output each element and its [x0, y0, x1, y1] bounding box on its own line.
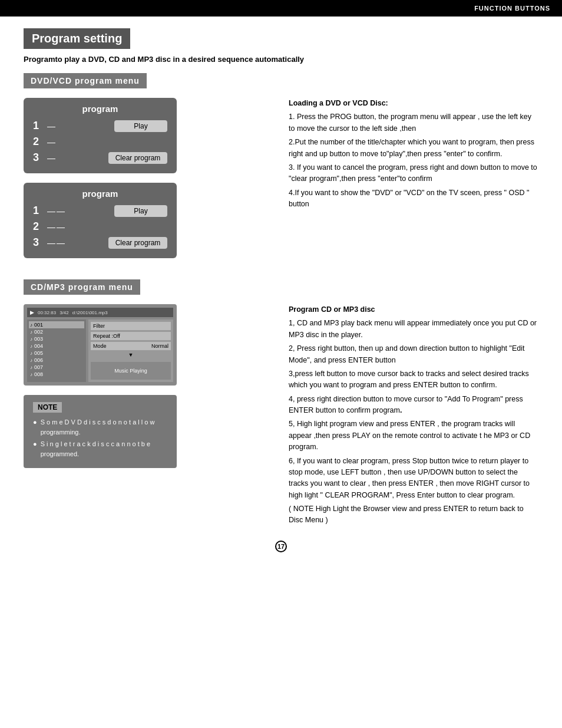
track-item-006[interactable]: ♪ 006	[29, 357, 84, 364]
row-number: 3	[33, 236, 42, 249]
track-item-008[interactable]: ♪ 008	[29, 371, 84, 378]
cd-step-1: 1, CD and MP3 play back menu will appear…	[289, 318, 538, 341]
cd-step-3: 3,press left button to move cursor back …	[289, 368, 538, 391]
track-id: 005	[34, 350, 43, 356]
cdmp3-section: CD/MP3 program menu ▶ 00:32:83 3/42 d:\2…	[24, 279, 538, 529]
cd-screen: ▶ 00:32:83 3/42 d:\2001\001.mp3 ♪ 001	[24, 304, 177, 386]
page-number: 17	[275, 541, 287, 552]
play-button-1[interactable]: Play	[114, 120, 167, 132]
track-name: d:\2001\001.mp3	[72, 310, 108, 315]
track-item-005[interactable]: ♪ 005	[29, 350, 84, 357]
row-number: 3	[33, 151, 42, 164]
note-box: NOTE ● S o m e D V D d i s c s d o n o t…	[24, 395, 177, 468]
program-box-2: program 1 —— Play 2 —— 3 —— Clear progr	[24, 183, 177, 258]
track-id: 001	[34, 322, 43, 328]
row-number: 2	[33, 136, 42, 148]
cd-track-list: ♪ 001 ♪ 002 ♪ 003	[27, 319, 86, 382]
row-dash-double: ——	[47, 222, 167, 232]
clear-program-button-2[interactable]: Clear program	[108, 237, 167, 249]
music-icon: ♪	[30, 337, 32, 342]
program-box-2-title: program	[33, 189, 167, 199]
row-dash: —	[47, 153, 104, 163]
music-icon: ♪	[30, 358, 32, 363]
filter-label: Filter	[93, 323, 105, 329]
cd-step-5: 5, High light program view and press ENT…	[289, 419, 538, 453]
cdmp3-right-col: Program CD or MP3 disc 1, CD and MP3 pla…	[289, 304, 538, 529]
track-count: 3/42	[59, 310, 69, 315]
music-icon: ♪	[30, 344, 32, 349]
program-row-2-1: 1 —— Play	[33, 205, 167, 217]
cdmp3-left-col: ▶ 00:32:83 3/42 d:\2001\001.mp3 ♪ 001	[24, 304, 271, 468]
play-button-2[interactable]: Play	[114, 205, 167, 217]
music-icon: ♪	[30, 365, 32, 370]
program-row-1-1: 1 — Play	[33, 120, 167, 132]
music-icon: ♪	[30, 351, 32, 356]
dvd-step-1: 1. Press the PROG button, the program me…	[289, 111, 538, 134]
play-icon: ▶	[30, 309, 34, 315]
cd-step-6: 6, If you want to clear program, press S…	[289, 456, 538, 502]
cd-step-2: 2, Press right button, then up and down …	[289, 343, 538, 366]
track-id: 007	[34, 364, 43, 370]
bullet-icon: ●	[33, 417, 37, 437]
program-row-2-2: 2 ——	[33, 220, 167, 233]
row-dash: —	[47, 137, 167, 147]
row-dash-double: ——	[47, 206, 110, 216]
mode-row: Mode Normal	[91, 342, 171, 350]
note-text-1: S o m e D V D d i s c s d o n o t a l l …	[41, 417, 167, 437]
music-playing-label: Music Playing	[91, 362, 171, 380]
bullet-icon: ●	[33, 439, 37, 459]
filter-row: Filter	[91, 322, 171, 330]
cd-screen-header: ▶ 00:32:83 3/42 d:\2001\001.mp3	[27, 308, 173, 317]
note-title: NOTE	[33, 402, 62, 413]
track-item-003[interactable]: ♪ 003	[29, 335, 84, 342]
clear-program-button-1[interactable]: Clear program	[108, 152, 167, 164]
row-number: 2	[33, 220, 42, 233]
row-number: 1	[33, 120, 42, 132]
note-text-2: S i n g l e t r a c k d i s c c a n n o …	[41, 439, 167, 459]
cd-note: ( NOTE High Light the Browser view and p…	[289, 503, 538, 526]
repeat-label: Repeat :Off	[93, 333, 120, 339]
main-section-title: Program setting	[24, 28, 130, 49]
music-icon: ♪	[30, 330, 32, 335]
cd-right-panel: Filter Repeat :Off Mode Normal ▼ Music P…	[88, 319, 173, 382]
dvd-section-heading: DVD/VCD program menu	[24, 73, 147, 88]
cd-instr-title: Program CD or MP3 disc	[289, 304, 538, 315]
track-id: 003	[34, 336, 43, 342]
track-item-001[interactable]: ♪ 001	[29, 321, 84, 328]
track-item-007[interactable]: ♪ 007	[29, 364, 84, 371]
music-icon: ♪	[30, 322, 32, 328]
cd-instructions: Program CD or MP3 disc 1, CD and MP3 pla…	[289, 304, 538, 526]
mode-value: Normal	[151, 343, 168, 349]
program-box-1: program 1 — Play 2 — 3 — Clear program	[24, 98, 177, 173]
down-arrow-icon: ▼	[91, 352, 171, 358]
dvd-step-3: 3. If you want to cancel the program, pr…	[289, 162, 538, 185]
dvd-step-2: 2.Put the number of the title/chapter wh…	[289, 137, 538, 160]
track-id: 006	[34, 357, 43, 363]
page-number-container: 17	[24, 541, 538, 552]
cd-step-4: 4, press right direction button to move …	[289, 394, 538, 417]
dvd-instructions: Loading a DVD or VCD Disc: 1. Press the …	[289, 98, 538, 210]
dvd-instr-title: Loading a DVD or VCD Disc:	[289, 98, 538, 109]
time-info: 00:32:83	[38, 310, 56, 315]
row-dash: —	[47, 121, 110, 131]
main-subtitle: Programto play a DVD, CD and MP3 disc in…	[24, 55, 538, 64]
note-item-1: ● S o m e D V D d i s c s d o n o t a l …	[33, 417, 167, 437]
top-bar-title: FUNCTION BUTTONS	[474, 5, 550, 12]
program-row-2-3: 3 —— Clear program	[33, 236, 167, 249]
track-item-004[interactable]: ♪ 004	[29, 342, 84, 350]
track-id: 008	[34, 371, 43, 377]
program-box-1-title: program	[33, 104, 167, 114]
row-dash-double: ——	[47, 238, 104, 248]
dvd-step-4: 4.If you want to show the "DVD" or "VCD"…	[289, 187, 538, 210]
mode-label: Mode	[93, 343, 107, 349]
note-item-2: ● S i n g l e t r a c k d i s c c a n n …	[33, 439, 167, 459]
dvd-right-col: Loading a DVD or VCD Disc: 1. Press the …	[289, 98, 538, 268]
music-icon: ♪	[30, 372, 32, 377]
program-row-1-3: 3 — Clear program	[33, 151, 167, 164]
track-item-002[interactable]: ♪ 002	[29, 328, 84, 335]
row-number: 1	[33, 205, 42, 217]
cdmp3-section-heading: CD/MP3 program menu	[24, 279, 140, 295]
track-id: 004	[34, 343, 43, 349]
top-bar: FUNCTION BUTTONS	[0, 0, 562, 17]
dvd-left-col: program 1 — Play 2 — 3 — Clear program	[24, 98, 271, 268]
